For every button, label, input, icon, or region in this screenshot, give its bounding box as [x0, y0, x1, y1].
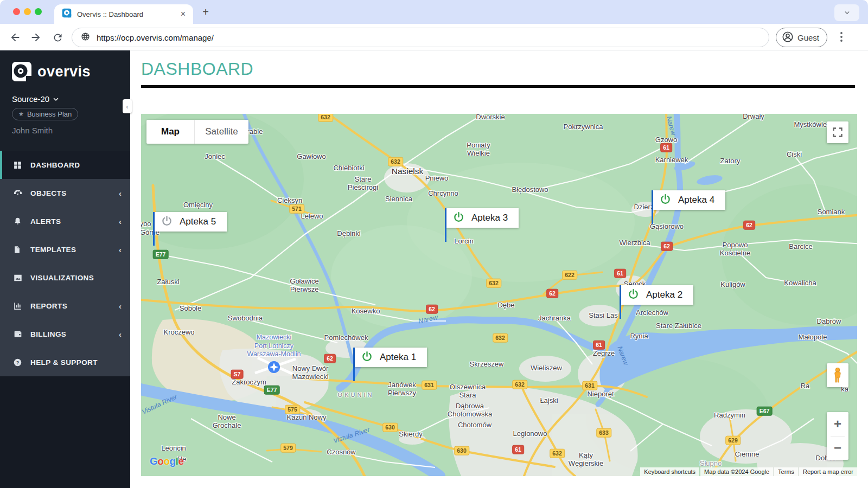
- map-town-label: Lorcin: [454, 237, 473, 246]
- marker-label: Apteka 1: [380, 352, 416, 363]
- profile-button[interactable]: Guest: [776, 28, 827, 47]
- map-type-satellite-button[interactable]: Satellite: [194, 120, 248, 144]
- marker-label: Apteka 2: [646, 290, 682, 300]
- url-text: https://ocp.overvis.com/manage/: [97, 33, 214, 42]
- map-town-label: Sobole: [180, 305, 201, 313]
- sidebar-collapse-button[interactable]: ‹: [123, 99, 132, 113]
- sidebar-item-objects[interactable]: OBJECTS‹: [0, 179, 130, 207]
- power-icon: [660, 194, 671, 207]
- map-town-label: Chotomów: [458, 421, 492, 429]
- map-town-label: Wieliszew: [531, 364, 562, 373]
- source-label: Source-20: [12, 94, 49, 104]
- map-town-label: Słupno: [700, 460, 722, 468]
- road-shield: 629: [725, 436, 741, 445]
- sidebar-item-label: REPORTS: [30, 302, 119, 310]
- sidebar-item-reports[interactable]: REPORTS‹: [0, 292, 130, 320]
- zoom-window-button[interactable]: [35, 8, 42, 15]
- map-town-label: Cieksyn: [277, 197, 302, 205]
- overvis-logo-icon: [11, 61, 33, 82]
- browser-tab[interactable]: Overvis :: Dashboard ×: [54, 4, 193, 24]
- browser-menu-button[interactable]: [835, 29, 847, 44]
- map-town-label: Omięciny: [183, 201, 213, 209]
- minimize-window-button[interactable]: [24, 8, 31, 15]
- close-window-button[interactable]: [13, 8, 20, 15]
- sidebar-item-help[interactable]: ?HELP & SUPPORT: [0, 348, 130, 376]
- map-town-label: Radzymin: [714, 412, 745, 420]
- source-selector[interactable]: Source-20: [12, 94, 59, 104]
- road-shield: 62: [661, 242, 673, 251]
- address-bar[interactable]: https://ocp.overvis.com/manage/: [72, 28, 769, 47]
- keyboard-shortcuts-link[interactable]: Keyboard shortcuts: [640, 467, 699, 476]
- sidebar-item-label: HELP & SUPPORT: [30, 358, 122, 367]
- road-shield: 575: [285, 405, 300, 414]
- sidebar-nav: DASHBOARDOBJECTS‹ALERTS‹TEMPLATES‹VISUAL…: [0, 151, 130, 376]
- map-town-label: Kroczewo: [163, 329, 194, 337]
- map-town-label: Dzierż: [634, 203, 654, 211]
- fullscreen-button[interactable]: [827, 121, 848, 143]
- tab-close-button[interactable]: ×: [178, 9, 188, 19]
- map-town-label: Kosewko: [352, 307, 380, 316]
- map-canvas[interactable]: DworskieDrwałyMystkówiecPokrzywnicarabie…: [141, 114, 857, 476]
- title-divider: [141, 85, 855, 88]
- map-town-label: Barcice: [789, 243, 812, 251]
- zoom-out-button[interactable]: −: [827, 436, 848, 460]
- sidebar-item-dashboard[interactable]: DASHBOARD: [0, 151, 130, 179]
- map-town-label: Lelewo: [301, 213, 323, 221]
- back-button[interactable]: [8, 30, 23, 44]
- site-info-icon[interactable]: [81, 32, 90, 43]
- map-town-label: Swobodnia: [228, 314, 263, 323]
- road-shield: E67: [757, 407, 773, 416]
- road-shield: 62: [426, 305, 438, 314]
- pegman-control[interactable]: [827, 363, 848, 387]
- terms-link[interactable]: Terms: [774, 467, 798, 476]
- map-town-label: Skierdy: [399, 431, 422, 439]
- report-map-error-link[interactable]: Report a map error: [799, 467, 857, 476]
- tab-title: Overvis :: Dashboard: [77, 10, 178, 18]
- chevron-down-icon: [53, 96, 59, 102]
- road-shield: 632: [318, 114, 333, 121]
- road-shield: 61: [614, 269, 626, 278]
- power-icon: [161, 215, 173, 229]
- road-shield: 61: [512, 445, 524, 454]
- sidebar-item-label: TEMPLATES: [30, 246, 119, 254]
- sidebar-item-alerts[interactable]: ALERTS‹: [0, 207, 130, 235]
- browser-window: Overvis :: Dashboard × + https://ocp.ove…: [0, 0, 868, 488]
- map-town-label: OlszewnicaStara: [450, 383, 486, 400]
- map-town-label: Czosnów: [327, 448, 355, 457]
- google-logo[interactable]: Google: [150, 455, 183, 467]
- road-shield: 579: [280, 444, 296, 453]
- map-town-label: Karniewek: [655, 156, 688, 164]
- road-shield: 633: [596, 428, 611, 438]
- image-icon: [13, 273, 23, 282]
- road-shield: 632: [486, 279, 501, 288]
- sidebar-item-templates[interactable]: TEMPLATES‹: [0, 235, 130, 264]
- reload-button[interactable]: [50, 30, 65, 44]
- map-town-label: Dębinki: [337, 230, 360, 238]
- road-shield: 62: [743, 221, 755, 230]
- map-town-label: Pokrzywnica: [564, 123, 603, 131]
- map-type-map-button[interactable]: Map: [146, 120, 194, 144]
- map-town-label: Dąbrów: [817, 318, 841, 326]
- road-shield: 631: [422, 381, 437, 390]
- map-town-label: Łajski: [540, 397, 558, 405]
- sidebar-item-visualizations[interactable]: VISUALIZATIONS: [0, 264, 130, 292]
- map-data-text: Map data ©2024 Google: [700, 467, 773, 476]
- plan-label: Business Plan: [27, 110, 72, 118]
- road-shield: S7: [231, 370, 244, 379]
- sidebar-item-billings[interactable]: BILLINGS‹: [0, 320, 130, 348]
- forward-button[interactable]: [28, 30, 43, 44]
- tab-search-chevron-button[interactable]: [834, 4, 859, 21]
- road-shield: 622: [562, 271, 577, 280]
- map-town-label: Ciemne: [735, 451, 760, 459]
- new-tab-button[interactable]: +: [199, 5, 213, 20]
- marker-label: Apteka 3: [471, 213, 508, 223]
- zoom-in-button[interactable]: +: [827, 412, 848, 436]
- map-town-label: StarePieścirogi: [348, 176, 378, 192]
- map-town-label: Dębe: [497, 301, 514, 310]
- map-town-label: Pomiechówek: [324, 334, 368, 342]
- chevron-left-icon: ‹: [119, 301, 122, 311]
- map-town-label: Stasi Las: [589, 312, 617, 320]
- sidebar: overvis Source-20 ★ Business Plan John S…: [0, 50, 130, 488]
- map-town-label: Joniec: [205, 153, 225, 161]
- map-town-label: Somiank: [818, 208, 845, 216]
